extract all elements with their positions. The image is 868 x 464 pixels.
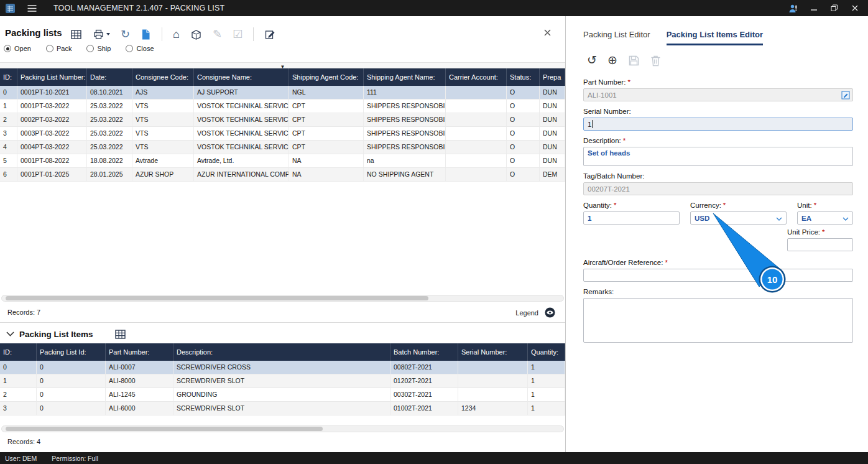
close-window-icon[interactable] [849, 2, 861, 14]
column-header[interactable]: ID: [0, 343, 37, 361]
table-row[interactable]: 10001PT-03-202225.03.2022VTSVOSTOK TECHN… [0, 100, 565, 113]
approve-document-icon[interactable]: ☑ [233, 28, 242, 40]
column-header[interactable]: ID: [0, 68, 17, 86]
scrollbar-thumb[interactable] [6, 427, 323, 431]
column-header[interactable]: Shipping Agent Code: [289, 68, 364, 86]
new-document-icon[interactable] [141, 29, 151, 40]
table-cell: 01202T-2021 [390, 374, 458, 388]
grid-icon[interactable] [114, 328, 126, 340]
close-panel-icon[interactable] [543, 29, 552, 37]
save-icon[interactable] [628, 55, 640, 67]
radio-dot [86, 45, 94, 52]
currency-select[interactable]: USD [690, 211, 787, 225]
add-icon[interactable]: ⊕ [607, 53, 617, 67]
table-cell: 0 [37, 374, 106, 388]
table-row[interactable]: 20002PT-03-202225.03.2022VTSVOSTOK TECHN… [0, 113, 565, 127]
table-row[interactable]: 30ALI-6000SCREWDRIVER SLOT01002T-2021123… [0, 402, 565, 415]
table-cell: SCREWDRIVER CROSS [173, 361, 390, 374]
table-row[interactable]: 60001PT-01-202528.01.2025AZUR SHOPAZUR I… [0, 168, 565, 182]
table-cell: 111 [364, 86, 446, 100]
column-header[interactable]: Shipping Agent Name: [364, 68, 446, 86]
legend-eye-icon[interactable] [545, 307, 555, 318]
table-cell [446, 168, 507, 182]
tab-packing-list-editor[interactable]: Packing List Editor [583, 30, 650, 45]
minimize-icon[interactable] [808, 2, 820, 14]
table-cell: AJ SUPPORT [194, 86, 289, 100]
app-icon [5, 3, 16, 14]
table-cell: 0001PT-10-2021 [17, 86, 87, 100]
radio-ship[interactable]: Ship [86, 45, 111, 52]
column-header[interactable]: Date: [87, 68, 132, 86]
print-icon[interactable] [93, 29, 110, 40]
user-alert-icon[interactable] [788, 2, 799, 14]
collapse-chevron-icon[interactable] [6, 332, 14, 336]
table-row[interactable]: 00001PT-10-202108.10.2021AJSAJ SUPPORTNG… [0, 86, 565, 100]
table-cell: SHIPPERS RESPONSOBILITY [364, 100, 446, 113]
package-icon[interactable] [190, 29, 202, 40]
horizontal-scrollbar[interactable] [1, 295, 564, 302]
table-row[interactable]: 10ALI-8000SCREWDRIVER SLOT01202T-20211 [0, 374, 565, 388]
edit-part-icon[interactable] [841, 91, 850, 100]
aircraft-order-reference-input[interactable] [583, 269, 853, 282]
title-bar: TOOL MANAGEMENT 2.1.407 - PACKING LIST [0, 0, 868, 16]
restore-icon[interactable] [829, 2, 840, 14]
legend-label: Legend [515, 309, 538, 317]
table-cell: DUN [540, 154, 565, 168]
column-header[interactable]: Consignee Code: [132, 68, 194, 86]
status-bar: User: DEM Permission: Full [0, 452, 868, 464]
status-filter: Open Pack Ship Close [4, 45, 154, 52]
table-header-row: ID:Packing List Id:Part Number:Descripti… [0, 343, 565, 361]
table-row[interactable]: 00ALI-0007SCREWDRIVER CROSS00802T-20211 [0, 361, 565, 374]
refresh-icon[interactable]: ↺ [587, 53, 597, 67]
column-header[interactable]: Batch Number: [390, 343, 458, 361]
radio-close[interactable]: Close [126, 45, 154, 52]
table-row[interactable]: 20ALI-1245GROUNDING00302T-20211 [0, 388, 565, 402]
description-input[interactable]: Set of heads [583, 147, 853, 166]
remarks-input[interactable] [583, 298, 853, 343]
table-cell: ALI-6000 [106, 402, 173, 415]
table-cell: VTS [132, 127, 194, 141]
table-cell [446, 154, 507, 168]
table-cell: CPT [289, 113, 364, 127]
export-grid-icon[interactable] [70, 29, 82, 40]
table-row[interactable]: 30003PT-03-202225.03.2022VTSVOSTOK TECHN… [0, 127, 565, 141]
caret-down-icon [106, 33, 110, 35]
refresh-icon[interactable]: ↻ [121, 28, 130, 40]
sign-icon[interactable]: ✎ [213, 28, 222, 40]
table-cell: 4 [0, 141, 17, 154]
table-cell: 1 [528, 388, 565, 402]
column-header[interactable]: Packing List Number: [17, 68, 87, 86]
column-header[interactable]: Quantity: [528, 343, 565, 361]
part-number-input[interactable]: ALI-1001 [583, 88, 853, 101]
column-splitter[interactable]: ▼ [0, 62, 565, 68]
serial-number-field: Serial Number:* 1 [583, 108, 853, 131]
radio-open[interactable]: Open [4, 45, 31, 52]
unit-select[interactable]: EA [797, 211, 853, 225]
unit-price-input[interactable] [787, 238, 853, 251]
column-header[interactable]: Packing List Id: [37, 343, 106, 361]
table-cell: AJS [132, 86, 194, 100]
column-header[interactable]: Serial Number: [458, 343, 528, 361]
hamburger-menu-icon[interactable] [27, 4, 37, 13]
delete-icon[interactable] [650, 55, 661, 67]
scrollbar-thumb[interactable] [6, 296, 428, 300]
tab-packing-list-items-editor[interactable]: Packing List Items Editor [667, 30, 763, 45]
column-header[interactable]: Consignee Name: [194, 68, 289, 86]
table-cell: 0 [37, 388, 106, 402]
table-cell: 0 [0, 86, 17, 100]
serial-number-input[interactable]: 1 [583, 118, 853, 131]
table-row[interactable]: 50001PT-08-202218.08.2022AvtradeAvtrade,… [0, 154, 565, 168]
quantity-input[interactable]: 1 [583, 211, 680, 225]
tag-batch-number-input[interactable]: 00207T-2021 [583, 182, 853, 195]
column-header[interactable]: Part Number: [106, 343, 173, 361]
edit-icon[interactable] [264, 29, 276, 40]
column-header[interactable]: Status: [507, 68, 540, 86]
column-header[interactable]: Description: [173, 343, 390, 361]
table-row[interactable]: 40004PT-03-202225.03.2022VTSVOSTOK TECHN… [0, 141, 565, 154]
radio-pack[interactable]: Pack [46, 45, 72, 52]
home-icon[interactable]: ⌂ [173, 28, 180, 40]
table-cell [446, 113, 507, 127]
horizontal-scrollbar[interactable] [1, 425, 564, 432]
column-header[interactable]: Carrier Account: [446, 68, 507, 86]
column-header[interactable]: Prepa [540, 68, 565, 86]
